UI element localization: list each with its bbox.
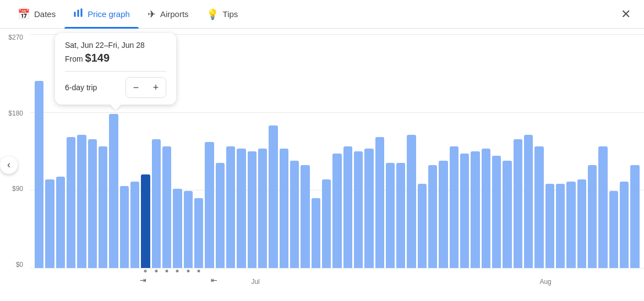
bar-1[interactable]	[45, 179, 54, 269]
tooltip-pointer	[110, 105, 121, 110]
chart-icon	[73, 8, 83, 20]
tab-tips-label: Tips	[223, 9, 238, 19]
tab-price-graph[interactable]: Price graph	[64, 0, 139, 29]
bar-19[interactable]	[237, 149, 245, 268]
y-axis: $0 $90 $180 $270	[0, 34, 28, 268]
bar-22[interactable]	[269, 125, 277, 268]
svg-rect-2	[81, 9, 83, 17]
bar-dot-15	[198, 270, 200, 272]
tabs-bar: 📅 Dates Price graph ✈ Airports 💡 Tips ✕	[0, 0, 644, 29]
tooltip-from-label: From	[65, 54, 83, 63]
bar-11[interactable]	[152, 139, 161, 268]
bar-43[interactable]	[492, 156, 501, 268]
x-label-aug: Aug	[539, 278, 551, 286]
bar-30[interactable]	[354, 151, 363, 269]
bar-32[interactable]	[375, 137, 384, 268]
bar-5[interactable]	[88, 139, 97, 268]
bar-23[interactable]	[280, 149, 288, 268]
stepper-minus-button[interactable]: −	[126, 78, 146, 97]
bar-6[interactable]	[99, 146, 107, 268]
bar-21[interactable]	[258, 149, 267, 268]
bar-39[interactable]	[450, 146, 459, 268]
bar-41[interactable]	[471, 151, 479, 269]
bar-dot-14	[187, 270, 189, 272]
bar-25[interactable]	[301, 165, 309, 268]
tooltip-card: Sat, Jun 22–Fri, Jun 28 From $149 6-day …	[55, 33, 176, 105]
y-label-0: $0	[0, 261, 28, 268]
bar-dot-13	[176, 270, 179, 272]
bar-45[interactable]	[514, 139, 522, 268]
bar-29[interactable]	[343, 146, 352, 268]
airplane-icon: ✈	[148, 8, 156, 20]
bar-36[interactable]	[418, 184, 427, 268]
bar-16[interactable]	[205, 142, 214, 269]
bar-53[interactable]	[598, 146, 607, 268]
grid-line-0	[30, 268, 644, 269]
arrive-plane-icon: ⇤	[211, 276, 217, 284]
bar-26[interactable]	[312, 198, 320, 269]
tooltip-bottom: 6-day trip − +	[65, 77, 166, 98]
bar-14[interactable]	[184, 191, 193, 268]
bar-44[interactable]	[503, 161, 511, 269]
bar-55[interactable]	[620, 182, 629, 268]
bar-33[interactable]	[386, 163, 395, 268]
depart-plane-icon: ⇥	[140, 276, 146, 284]
bar-3[interactable]	[67, 137, 75, 268]
bar-0[interactable]	[35, 81, 43, 268]
tooltip-date-range: Sat, Jun 22–Fri, Jun 28	[65, 41, 166, 50]
tooltip-price-line: From $149	[65, 52, 166, 64]
svg-rect-1	[78, 10, 79, 17]
bar-18[interactable]	[226, 146, 235, 268]
stepper-plus-button[interactable]: +	[146, 78, 166, 97]
bar-48[interactable]	[545, 184, 554, 268]
bar-10[interactable]	[141, 174, 150, 268]
bar-38[interactable]	[439, 161, 447, 269]
bar-27[interactable]	[322, 179, 331, 269]
tab-dates-label: Dates	[34, 9, 56, 19]
tab-airports-label: Airports	[160, 9, 189, 19]
bar-15[interactable]	[194, 198, 203, 269]
bar-17[interactable]	[216, 163, 225, 268]
close-button[interactable]: ✕	[616, 4, 635, 25]
y-label-270: $270	[0, 34, 28, 41]
bar-20[interactable]	[248, 151, 256, 269]
bar-2[interactable]	[56, 177, 65, 268]
bar-34[interactable]	[396, 163, 405, 268]
left-nav-button[interactable]: ‹	[0, 156, 18, 174]
bar-4[interactable]	[77, 135, 86, 268]
bar-31[interactable]	[364, 149, 373, 268]
bar-24[interactable]	[290, 161, 299, 269]
bar-dot-10	[144, 270, 147, 272]
bar-40[interactable]	[460, 154, 469, 268]
svg-rect-0	[74, 12, 76, 17]
bar-56[interactable]	[630, 165, 639, 268]
x-label-jul: Jul	[251, 278, 259, 286]
bar-50[interactable]	[566, 182, 575, 268]
calendar-icon: 📅	[18, 8, 30, 20]
bar-dot-11	[155, 270, 157, 272]
tab-dates[interactable]: 📅 Dates	[9, 0, 64, 29]
bar-9[interactable]	[130, 182, 139, 268]
bar-51[interactable]	[577, 179, 586, 269]
bar-28[interactable]	[332, 154, 341, 268]
lightbulb-icon: 💡	[206, 8, 219, 20]
bar-dot-12	[166, 270, 168, 272]
trip-label: 6-day trip	[65, 83, 97, 92]
bar-35[interactable]	[407, 135, 416, 268]
bar-7[interactable]	[109, 114, 118, 269]
tab-tips[interactable]: 💡 Tips	[198, 0, 247, 29]
chart-container: ‹ Sat, Jun 22–Fri, Jun 28 From $149 6-da…	[0, 29, 644, 301]
bar-54[interactable]	[609, 191, 618, 268]
bar-47[interactable]	[534, 146, 543, 268]
x-axis: Jul Aug	[30, 273, 644, 295]
bar-42[interactable]	[482, 149, 490, 268]
bar-13[interactable]	[173, 189, 182, 269]
bar-8[interactable]	[120, 186, 129, 268]
bar-12[interactable]	[162, 146, 171, 268]
bar-46[interactable]	[524, 135, 533, 268]
trip-duration-stepper: − +	[125, 77, 166, 98]
bar-52[interactable]	[588, 165, 597, 268]
tab-airports[interactable]: ✈ Airports	[139, 0, 198, 29]
bar-49[interactable]	[556, 184, 565, 268]
bar-37[interactable]	[428, 165, 437, 268]
